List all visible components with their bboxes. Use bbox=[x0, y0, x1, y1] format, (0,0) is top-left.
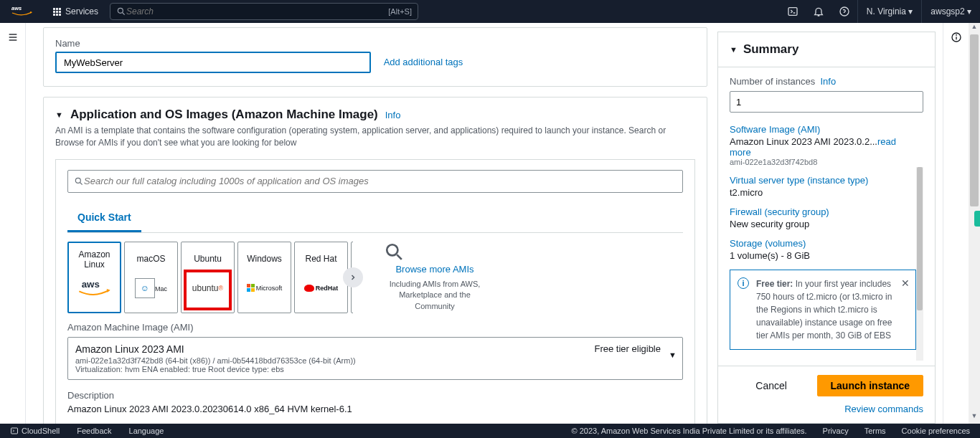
free-tier-notice: i ✕ Free tier: In your first year includ… bbox=[730, 270, 916, 350]
collapse-caret-icon[interactable]: ▼ bbox=[55, 110, 63, 119]
os-tile-list: Amazon Linux aws macOS ☺Mac Ubuntu ubunt… bbox=[67, 242, 353, 313]
ami-info-link[interactable]: Info bbox=[385, 110, 401, 120]
footer-language[interactable]: Language bbox=[129, 427, 164, 435]
microsoft-logo-icon: Microsoft bbox=[247, 274, 283, 303]
svg-text:aws: aws bbox=[11, 5, 22, 11]
feedback-tab[interactable] bbox=[974, 211, 980, 227]
search-icon bbox=[116, 6, 126, 16]
ami-section-desc: An AMI is a template that contains the s… bbox=[55, 125, 695, 149]
info-icon: i bbox=[738, 277, 749, 289]
ami-desc-text: Amazon Linux 2023 AMI 2023.0.20230614.0 … bbox=[67, 404, 683, 419]
summary-storage-link[interactable]: Storage (volumes) bbox=[730, 238, 916, 249]
num-instances-input[interactable] bbox=[730, 91, 923, 113]
ami-selector[interactable]: Amazon Linux 2023 AMI ami-022e1a32d3f742… bbox=[67, 337, 683, 380]
chevron-down-icon: ▼ bbox=[669, 351, 677, 359]
ami-search-input[interactable] bbox=[84, 176, 677, 186]
svg-point-15 bbox=[956, 34, 956, 35]
svg-text:aws: aws bbox=[81, 279, 99, 290]
search-shortcut: [Alt+S] bbox=[388, 7, 412, 16]
summary-scrollbar[interactable] bbox=[916, 167, 923, 361]
num-instances-info[interactable]: Info bbox=[820, 76, 836, 87]
left-rail bbox=[0, 23, 26, 424]
main-column: Name Add additional tags ▼ Application a… bbox=[26, 23, 717, 424]
notifications-icon[interactable] bbox=[806, 0, 831, 23]
svg-point-8 bbox=[75, 178, 80, 183]
add-tags-link[interactable]: Add additional tags bbox=[384, 52, 463, 73]
services-menu[interactable]: Services bbox=[46, 0, 105, 23]
browse-more-amis[interactable]: Browse more AMIs Including AMIs from AWS… bbox=[385, 242, 485, 312]
menu-icon[interactable] bbox=[7, 32, 19, 43]
footer-copyright: © 2023, Amazon Web Services India Privat… bbox=[572, 427, 807, 435]
search-icon bbox=[74, 176, 84, 186]
search-input[interactable] bbox=[126, 6, 388, 16]
browse-search-icon bbox=[385, 242, 485, 261]
account-menu[interactable]: awsgsp2 ▾ bbox=[921, 0, 980, 23]
cancel-button[interactable]: Cancel bbox=[745, 376, 797, 396]
summary-software-image-link[interactable]: Software Image (AMI) bbox=[730, 124, 916, 135]
help-icon[interactable] bbox=[831, 0, 857, 23]
svg-line-9 bbox=[80, 182, 83, 184]
os-tile-redhat[interactable]: Red Hat RedHat bbox=[294, 242, 348, 313]
summary-firewall-link[interactable]: Firewall (security group) bbox=[730, 206, 916, 217]
region-selector[interactable]: N. Virginia ▾ bbox=[857, 0, 921, 23]
name-label: Name bbox=[55, 38, 695, 49]
footer-cookie[interactable]: Cookie preferences bbox=[902, 427, 970, 435]
footer-cloudshell[interactable]: CloudShell bbox=[10, 427, 60, 435]
os-tile-windows[interactable]: Windows Microsoft bbox=[237, 242, 291, 313]
os-scroll-right[interactable] bbox=[343, 267, 363, 287]
services-icon bbox=[53, 8, 61, 16]
right-rail bbox=[943, 23, 969, 424]
footer: CloudShell Feedback Language © 2023, Ama… bbox=[0, 424, 980, 438]
summary-panel: ▼ Summary Number of instances Info Softw… bbox=[717, 32, 936, 424]
launch-instance-button[interactable]: Launch instance bbox=[817, 375, 923, 396]
aws-logo-icon: aws bbox=[77, 275, 113, 303]
os-tile-amazon-linux[interactable]: Amazon Linux aws bbox=[67, 242, 121, 313]
ami-card: ▼ Application and OS Images (Amazon Mach… bbox=[43, 97, 707, 424]
tab-quick-start[interactable]: Quick Start bbox=[67, 206, 141, 232]
cloudshell-icon[interactable] bbox=[780, 0, 806, 23]
top-nav: aws Services [Alt+S] N. Virginia ▾ awsgs… bbox=[0, 0, 980, 23]
ami-tabs: Quick Start bbox=[67, 206, 683, 233]
summary-instance-type-link[interactable]: Virtual server type (instance type) bbox=[730, 175, 916, 186]
ami-search[interactable] bbox=[67, 170, 683, 193]
svg-line-12 bbox=[397, 254, 402, 260]
review-commands-link[interactable]: Review commands bbox=[730, 404, 923, 414]
aws-logo[interactable]: aws bbox=[10, 5, 39, 18]
svg-point-11 bbox=[387, 244, 397, 255]
footer-feedback[interactable]: Feedback bbox=[77, 427, 111, 435]
summary-title: Summary bbox=[743, 42, 798, 57]
ami-field-label: Amazon Machine Image (AMI) bbox=[67, 322, 683, 333]
name-card: Name Add additional tags bbox=[43, 27, 707, 87]
os-tile-macos[interactable]: macOS ☺Mac bbox=[124, 242, 178, 313]
global-search[interactable]: [Alt+S] bbox=[110, 3, 418, 20]
footer-privacy[interactable]: Privacy bbox=[823, 427, 849, 435]
instance-name-input[interactable] bbox=[55, 52, 371, 73]
svg-point-1 bbox=[118, 8, 123, 13]
ami-desc-label: Description bbox=[67, 390, 683, 401]
redhat-logo-icon: RedHat bbox=[304, 274, 339, 303]
services-label: Services bbox=[65, 6, 98, 16]
summary-collapse-icon[interactable]: ▼ bbox=[730, 45, 738, 54]
close-icon[interactable]: ✕ bbox=[901, 276, 910, 291]
ubuntu-logo-icon: ubuntu® bbox=[192, 274, 223, 303]
ami-section-title: Application and OS Images (Amazon Machin… bbox=[70, 108, 378, 122]
info-panel-icon[interactable] bbox=[951, 32, 962, 43]
os-tile-ubuntu[interactable]: Ubuntu ubuntu® bbox=[181, 242, 235, 313]
svg-line-2 bbox=[123, 13, 125, 15]
mac-logo-icon: ☺Mac bbox=[135, 274, 167, 303]
footer-terms[interactable]: Terms bbox=[864, 427, 886, 435]
